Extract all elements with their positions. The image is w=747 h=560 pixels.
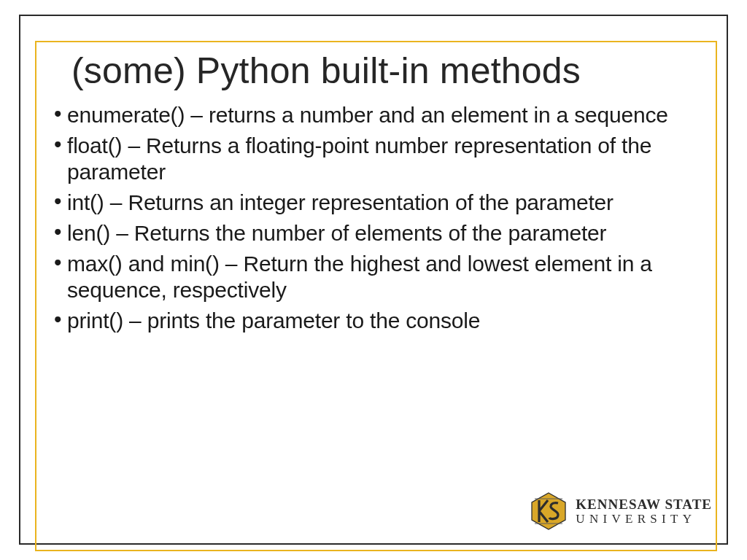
list-item: float() – Returns a floating-point numbe… bbox=[54, 133, 708, 185]
logo-line-2: UNIVERSITY bbox=[576, 513, 712, 525]
bullet-list: enumerate() – returns a number and an el… bbox=[51, 102, 708, 334]
slide-content: (some) Python built-in methods enumerate… bbox=[51, 50, 708, 338]
list-item: len() – Returns the number of elements o… bbox=[54, 220, 708, 246]
slide-title: (some) Python built-in methods bbox=[71, 50, 708, 92]
list-item: print() – prints the parameter to the co… bbox=[54, 308, 708, 334]
ks-monogram-icon bbox=[529, 491, 568, 531]
university-logo: KENNESAW STATE UNIVERSITY bbox=[529, 491, 712, 531]
logo-text: KENNESAW STATE UNIVERSITY bbox=[576, 497, 712, 525]
logo-line-1: KENNESAW STATE bbox=[576, 497, 712, 511]
list-item: int() – Returns an integer representatio… bbox=[54, 190, 708, 216]
list-item: max() and min() – Return the highest and… bbox=[54, 251, 708, 303]
list-item: enumerate() – returns a number and an el… bbox=[54, 102, 708, 128]
